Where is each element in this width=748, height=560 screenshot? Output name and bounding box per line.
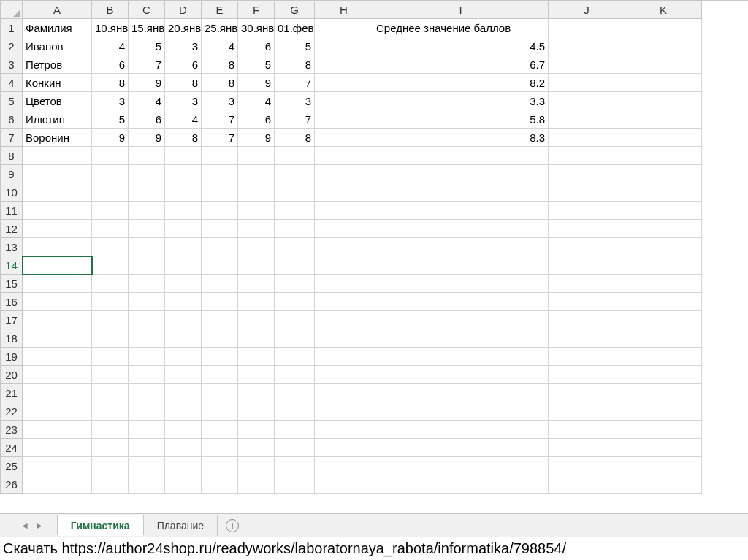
cell-E18[interactable] — [202, 329, 238, 348]
cell-I9[interactable] — [373, 165, 549, 183]
cell-J1[interactable] — [549, 19, 625, 37]
cell-E4[interactable]: 8 — [202, 74, 238, 92]
cell-E20[interactable] — [202, 366, 238, 384]
cell-K26[interactable] — [625, 475, 702, 494]
cell-A25[interactable] — [23, 457, 92, 475]
cell-B13[interactable] — [92, 238, 129, 256]
cell-B7[interactable]: 9 — [92, 129, 129, 147]
cell-H8[interactable] — [315, 147, 373, 165]
cell-F12[interactable] — [238, 220, 275, 238]
cell-F18[interactable] — [238, 329, 275, 348]
cell-G2[interactable]: 5 — [275, 37, 315, 55]
row-header-2[interactable]: 2 — [1, 37, 23, 55]
cell-F8[interactable] — [238, 147, 275, 165]
cell-H24[interactable] — [315, 439, 373, 457]
cell-C9[interactable] — [129, 165, 165, 183]
cell-I20[interactable] — [373, 366, 549, 384]
cell-C7[interactable]: 9 — [129, 129, 165, 147]
cell-C19[interactable] — [129, 348, 165, 366]
cell-K14[interactable] — [625, 256, 702, 275]
cell-B8[interactable] — [92, 147, 129, 165]
cell-J14[interactable] — [549, 256, 625, 275]
cell-K22[interactable] — [625, 402, 702, 421]
cell-D11[interactable] — [165, 202, 202, 220]
cell-E1[interactable]: 25.янв — [202, 19, 238, 37]
cell-A7[interactable]: Воронин — [23, 129, 92, 147]
cell-A16[interactable] — [23, 293, 92, 311]
cell-H2[interactable] — [315, 37, 373, 55]
cell-H18[interactable] — [315, 329, 373, 348]
cell-D25[interactable] — [165, 457, 202, 475]
cell-I5[interactable]: 3.3 — [373, 92, 549, 110]
cell-D4[interactable]: 8 — [165, 74, 202, 92]
cell-A23[interactable] — [23, 421, 92, 439]
cell-K16[interactable] — [625, 293, 702, 311]
cell-A8[interactable] — [23, 147, 92, 165]
cell-J4[interactable] — [549, 74, 625, 92]
cell-A10[interactable] — [23, 183, 92, 202]
cell-H4[interactable] — [315, 74, 373, 92]
cell-H12[interactable] — [315, 220, 373, 238]
cell-K25[interactable] — [625, 457, 702, 475]
cell-F5[interactable]: 4 — [238, 92, 275, 110]
cell-J17[interactable] — [549, 311, 625, 329]
cell-I14[interactable] — [373, 256, 549, 275]
cell-H19[interactable] — [315, 348, 373, 366]
cell-B4[interactable]: 8 — [92, 74, 129, 92]
cell-I26[interactable] — [373, 475, 549, 494]
cell-E24[interactable] — [202, 439, 238, 457]
cell-B21[interactable] — [92, 384, 129, 402]
spreadsheet-grid[interactable]: ABCDEFGHIJK1Фамилия10.янв15.янв20.янв25.… — [0, 0, 748, 494]
cell-G23[interactable] — [275, 421, 315, 439]
cell-D14[interactable] — [165, 256, 202, 275]
cell-I11[interactable] — [373, 202, 549, 220]
cell-D18[interactable] — [165, 329, 202, 348]
cell-K8[interactable] — [625, 147, 702, 165]
cell-G24[interactable] — [275, 439, 315, 457]
cell-G19[interactable] — [275, 348, 315, 366]
cell-C6[interactable]: 6 — [129, 110, 165, 129]
cell-B12[interactable] — [92, 220, 129, 238]
cell-E11[interactable] — [202, 202, 238, 220]
row-header-25[interactable]: 25 — [1, 457, 23, 475]
cell-B20[interactable] — [92, 366, 129, 384]
cell-H6[interactable] — [315, 110, 373, 129]
cell-E10[interactable] — [202, 183, 238, 202]
cell-G8[interactable] — [275, 147, 315, 165]
row-header-8[interactable]: 8 — [1, 147, 23, 165]
cell-B6[interactable]: 5 — [92, 110, 129, 129]
cell-E3[interactable]: 8 — [202, 55, 238, 74]
cell-A5[interactable]: Цветов — [23, 92, 92, 110]
cell-I19[interactable] — [373, 348, 549, 366]
row-header-20[interactable]: 20 — [1, 366, 23, 384]
cell-K3[interactable] — [625, 55, 702, 74]
cell-A17[interactable] — [23, 311, 92, 329]
cell-I7[interactable]: 8.3 — [373, 129, 549, 147]
cell-K23[interactable] — [625, 421, 702, 439]
cell-E12[interactable] — [202, 220, 238, 238]
cell-C3[interactable]: 7 — [129, 55, 165, 74]
cell-C2[interactable]: 5 — [129, 37, 165, 55]
cell-I21[interactable] — [373, 384, 549, 402]
cell-D6[interactable]: 4 — [165, 110, 202, 129]
sheet-tab-other[interactable]: Плавание — [144, 515, 218, 536]
cell-I2[interactable]: 4.5 — [373, 37, 549, 55]
cell-C17[interactable] — [129, 311, 165, 329]
cell-J25[interactable] — [549, 457, 625, 475]
cell-E14[interactable] — [202, 256, 238, 275]
cell-G3[interactable]: 8 — [275, 55, 315, 74]
cell-F16[interactable] — [238, 293, 275, 311]
cell-A2[interactable]: Иванов — [23, 37, 92, 55]
cell-H13[interactable] — [315, 238, 373, 256]
cell-J11[interactable] — [549, 202, 625, 220]
cell-G17[interactable] — [275, 311, 315, 329]
cell-F25[interactable] — [238, 457, 275, 475]
cell-E15[interactable] — [202, 275, 238, 293]
cell-G6[interactable]: 7 — [275, 110, 315, 129]
cell-H23[interactable] — [315, 421, 373, 439]
cell-B18[interactable] — [92, 329, 129, 348]
cell-E2[interactable]: 4 — [202, 37, 238, 55]
cell-J20[interactable] — [549, 366, 625, 384]
cell-J26[interactable] — [549, 475, 625, 494]
cell-B11[interactable] — [92, 202, 129, 220]
